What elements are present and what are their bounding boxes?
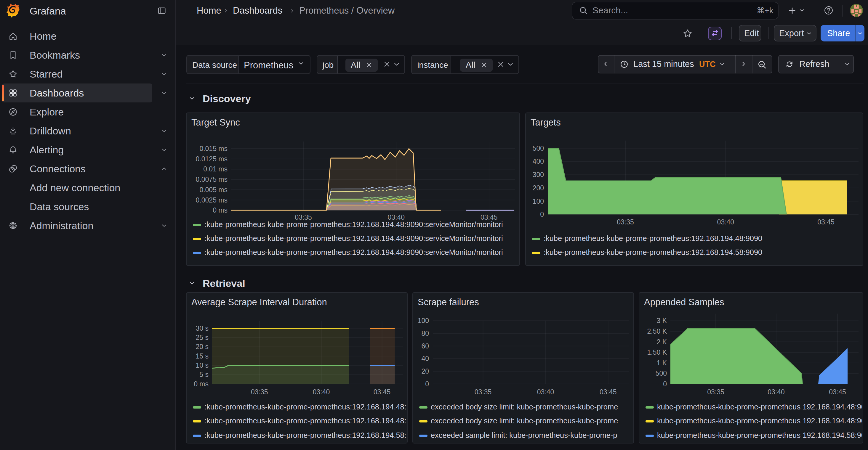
svg-text:03:35: 03:35 <box>617 218 634 226</box>
svg-text:03:45: 03:45 <box>599 388 617 396</box>
svg-text:300: 300 <box>533 171 544 179</box>
svg-text:03:35: 03:35 <box>295 214 312 221</box>
svg-text:500: 500 <box>656 369 667 377</box>
svg-text:0.0025 ms: 0.0025 ms <box>196 196 227 204</box>
svg-text:03:40: 03:40 <box>768 388 785 396</box>
svg-text:25 s: 25 s <box>196 334 209 341</box>
svg-text:40: 40 <box>421 355 429 362</box>
svg-text:500: 500 <box>533 144 544 152</box>
svg-text:0: 0 <box>663 380 667 388</box>
svg-text:03:40: 03:40 <box>313 388 330 396</box>
svg-text:03:45: 03:45 <box>480 214 498 221</box>
svg-text:03:40: 03:40 <box>388 214 405 221</box>
svg-text:100: 100 <box>533 197 544 205</box>
svg-text:03:40: 03:40 <box>537 388 554 396</box>
svg-text:200: 200 <box>533 184 544 192</box>
svg-text:1 K: 1 K <box>656 359 667 367</box>
svg-text:30 s: 30 s <box>196 324 209 332</box>
svg-text:03:45: 03:45 <box>817 218 835 226</box>
svg-text:0: 0 <box>540 211 544 218</box>
svg-text:15 s: 15 s <box>196 352 209 360</box>
svg-text:100: 100 <box>418 317 429 324</box>
svg-text:0.005 ms: 0.005 ms <box>199 186 227 194</box>
svg-text:03:45: 03:45 <box>829 388 846 396</box>
svg-text:0 ms: 0 ms <box>213 206 227 214</box>
svg-text:0.0125 ms: 0.0125 ms <box>196 155 227 163</box>
svg-text:60: 60 <box>421 342 429 350</box>
svg-text:1.50 K: 1.50 K <box>647 349 667 356</box>
svg-text:03:40: 03:40 <box>717 218 734 226</box>
svg-text:20: 20 <box>421 367 429 375</box>
svg-text:03:35: 03:35 <box>474 388 492 396</box>
svg-text:03:35: 03:35 <box>707 388 724 396</box>
svg-text:10 s: 10 s <box>196 361 209 369</box>
svg-text:03:45: 03:45 <box>374 388 391 396</box>
svg-text:0.0075 ms: 0.0075 ms <box>196 175 227 183</box>
svg-text:400: 400 <box>533 158 544 165</box>
svg-text:0 ms: 0 ms <box>194 380 209 388</box>
svg-text:3 K: 3 K <box>656 317 667 324</box>
svg-text:2 K: 2 K <box>656 338 667 346</box>
svg-text:5 s: 5 s <box>199 371 209 378</box>
svg-text:2.50 K: 2.50 K <box>647 327 667 335</box>
svg-text:20 s: 20 s <box>196 343 209 351</box>
svg-text:0.015 ms: 0.015 ms <box>199 145 227 153</box>
svg-text:03:35: 03:35 <box>251 388 268 396</box>
svg-text:0.01 ms: 0.01 ms <box>203 165 227 173</box>
svg-text:0: 0 <box>425 380 429 388</box>
svg-text:80: 80 <box>421 329 429 337</box>
